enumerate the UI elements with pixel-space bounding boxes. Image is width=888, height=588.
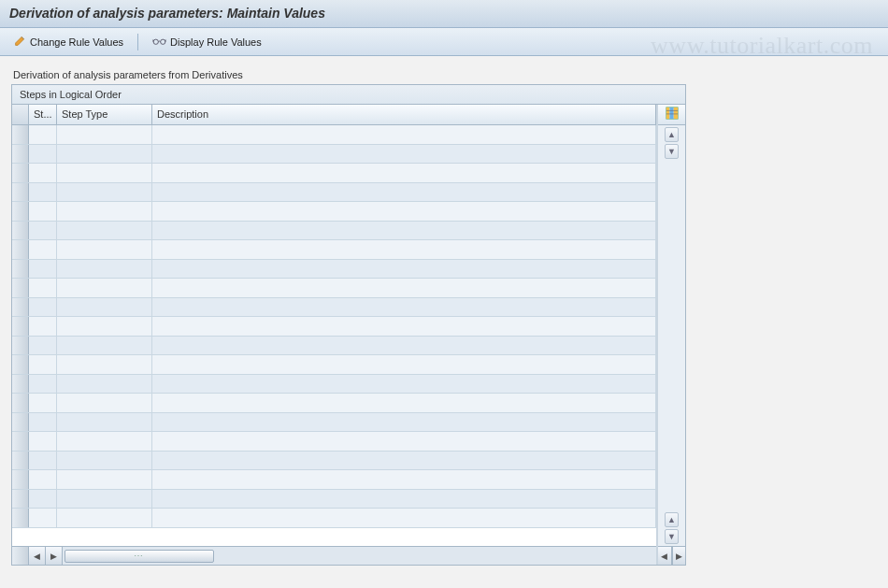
cell-status[interactable] bbox=[29, 298, 57, 317]
table-row[interactable] bbox=[12, 202, 656, 222]
cell-status[interactable] bbox=[29, 202, 57, 221]
cell-description[interactable] bbox=[152, 298, 656, 317]
cell-step-type[interactable] bbox=[57, 394, 152, 412]
cell-status[interactable] bbox=[29, 355, 57, 374]
table-row[interactable] bbox=[12, 413, 656, 433]
page-up-button[interactable]: ▼ bbox=[665, 144, 679, 159]
cell-description[interactable] bbox=[152, 164, 656, 182]
table-row[interactable] bbox=[12, 490, 656, 509]
cell-step-type[interactable] bbox=[57, 470, 152, 489]
row-selector[interactable] bbox=[12, 490, 29, 509]
cell-step-type[interactable] bbox=[57, 337, 152, 355]
cell-description[interactable] bbox=[152, 260, 656, 279]
display-rule-values-button[interactable]: Display Rule Values bbox=[146, 33, 268, 51]
page-down-button[interactable]: ▲ bbox=[665, 512, 679, 527]
table-row[interactable] bbox=[12, 298, 656, 318]
cell-step-type[interactable] bbox=[57, 202, 152, 221]
cell-status[interactable] bbox=[29, 240, 57, 259]
row-selector[interactable] bbox=[12, 298, 29, 317]
cell-step-type[interactable] bbox=[57, 452, 152, 470]
table-row[interactable] bbox=[12, 222, 656, 241]
scroll-left-button[interactable]: ◀ bbox=[29, 547, 46, 565]
row-selector-head[interactable] bbox=[12, 105, 29, 124]
cell-status[interactable] bbox=[29, 164, 57, 182]
cell-description[interactable] bbox=[152, 432, 656, 451]
cell-step-type[interactable] bbox=[57, 260, 152, 279]
scroll-right-end-button[interactable]: ▶ bbox=[672, 547, 686, 565]
cell-status[interactable] bbox=[29, 183, 57, 202]
cell-status[interactable] bbox=[29, 394, 57, 412]
table-row[interactable] bbox=[12, 355, 656, 375]
cell-step-type[interactable] bbox=[57, 490, 152, 509]
cell-description[interactable] bbox=[152, 202, 656, 221]
cell-step-type[interactable] bbox=[57, 298, 152, 317]
hscroll-track[interactable] bbox=[63, 547, 656, 565]
col-status[interactable]: St... bbox=[29, 105, 57, 124]
table-row[interactable] bbox=[12, 145, 656, 165]
row-selector[interactable] bbox=[12, 222, 29, 240]
page-left-button[interactable]: ▶ bbox=[46, 547, 63, 565]
table-row[interactable] bbox=[12, 432, 656, 452]
cell-step-type[interactable] bbox=[57, 164, 152, 182]
row-selector[interactable] bbox=[12, 432, 29, 451]
table-row[interactable] bbox=[12, 164, 656, 183]
row-selector[interactable] bbox=[12, 470, 29, 489]
cell-step-type[interactable] bbox=[57, 125, 152, 144]
cell-status[interactable] bbox=[29, 490, 57, 509]
cell-status[interactable] bbox=[29, 509, 57, 527]
row-selector[interactable] bbox=[12, 183, 29, 202]
cell-status[interactable] bbox=[29, 125, 57, 144]
cell-description[interactable] bbox=[152, 222, 656, 240]
cell-status[interactable] bbox=[29, 317, 57, 336]
cell-step-type[interactable] bbox=[57, 413, 152, 432]
row-selector[interactable] bbox=[12, 164, 29, 182]
cell-description[interactable] bbox=[152, 355, 656, 374]
cell-step-type[interactable] bbox=[57, 432, 152, 451]
change-rule-values-button[interactable]: Change Rule Values bbox=[7, 32, 130, 51]
table-row[interactable] bbox=[12, 279, 656, 298]
table-row[interactable] bbox=[12, 375, 656, 394]
cell-description[interactable] bbox=[152, 413, 656, 432]
scroll-down-button[interactable]: ▼ bbox=[665, 529, 679, 544]
row-selector[interactable] bbox=[12, 413, 29, 432]
table-row[interactable] bbox=[12, 240, 656, 260]
scroll-left-end-button[interactable]: ◀ bbox=[658, 547, 672, 565]
cell-description[interactable] bbox=[152, 394, 656, 412]
cell-description[interactable] bbox=[152, 145, 656, 164]
cell-description[interactable] bbox=[152, 125, 656, 144]
cell-description[interactable] bbox=[152, 375, 656, 394]
cell-status[interactable] bbox=[29, 279, 57, 297]
row-selector[interactable] bbox=[12, 337, 29, 355]
scroll-up-button[interactable]: ▲ bbox=[665, 127, 679, 142]
cell-description[interactable] bbox=[152, 470, 656, 489]
row-selector[interactable] bbox=[12, 509, 29, 527]
cell-status[interactable] bbox=[29, 470, 57, 489]
row-selector[interactable] bbox=[12, 452, 29, 470]
cell-step-type[interactable] bbox=[57, 145, 152, 164]
cell-status[interactable] bbox=[29, 375, 57, 394]
table-row[interactable] bbox=[12, 470, 656, 490]
table-settings-button[interactable] bbox=[658, 105, 685, 125]
col-description[interactable]: Description bbox=[152, 105, 656, 124]
col-step-type[interactable]: Step Type bbox=[57, 105, 152, 124]
cell-description[interactable] bbox=[152, 509, 656, 527]
row-selector[interactable] bbox=[12, 240, 29, 259]
cell-description[interactable] bbox=[152, 279, 656, 297]
row-selector[interactable] bbox=[12, 355, 29, 374]
table-row[interactable] bbox=[12, 394, 656, 413]
row-selector[interactable] bbox=[12, 279, 29, 297]
table-row[interactable] bbox=[12, 509, 656, 528]
hscroll-thumb[interactable] bbox=[64, 550, 214, 563]
cell-step-type[interactable] bbox=[57, 509, 152, 527]
cell-status[interactable] bbox=[29, 452, 57, 470]
table-row[interactable] bbox=[12, 452, 656, 471]
cell-step-type[interactable] bbox=[57, 279, 152, 297]
table-row[interactable] bbox=[12, 125, 656, 145]
cell-step-type[interactable] bbox=[57, 240, 152, 259]
row-selector[interactable] bbox=[12, 125, 29, 144]
cell-description[interactable] bbox=[152, 490, 656, 509]
cell-step-type[interactable] bbox=[57, 183, 152, 202]
cell-step-type[interactable] bbox=[57, 375, 152, 394]
table-row[interactable] bbox=[12, 260, 656, 280]
cell-description[interactable] bbox=[152, 183, 656, 202]
